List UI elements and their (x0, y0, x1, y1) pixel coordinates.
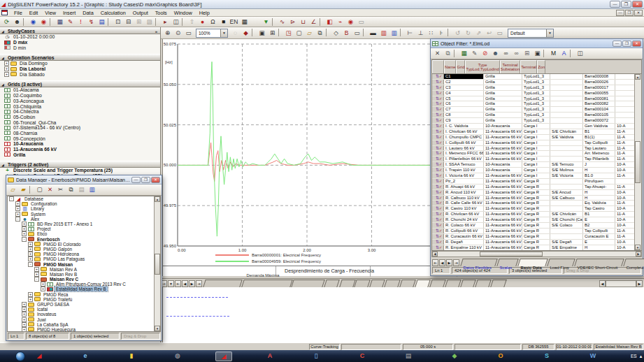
expand-box[interactable]: + (4, 72, 9, 77)
row-handle[interactable]: ⇅ ✓ (432, 157, 444, 161)
toolbar-icon[interactable]: ◇ (331, 29, 341, 38)
row-handle[interactable]: ⇅ ✓ (432, 113, 444, 117)
cell-name[interactable]: R. Calle Calle 66 kV (444, 201, 484, 205)
page-tab[interactable]: 3P (445, 280, 461, 287)
cell-zone[interactable]: 11-A (615, 201, 627, 205)
expand-box[interactable]: + (15, 201, 20, 206)
section-header-grids[interactable]: Grids (3 active) (0, 80, 160, 87)
taskbar-app-icon[interactable]: ▯ (308, 352, 324, 361)
cell-grid[interactable]: Grilla (484, 101, 522, 106)
tree-item[interactable]: - Database (8, 196, 160, 201)
toolbar-icon[interactable]: ▭ (352, 29, 362, 38)
cell-grid[interactable]: Grilla (484, 118, 522, 123)
cell-type[interactable]: TypLod1_3 (522, 80, 550, 85)
taskbar-app-icon[interactable]: ▮ (123, 352, 140, 361)
cell-substation[interactable]: S/E Calbuco (550, 196, 583, 201)
cell-terminal[interactable]: Eq. Valdivia (583, 201, 615, 205)
toolbar-icon[interactable] (108, 18, 112, 26)
cell-substation[interactable] (550, 234, 583, 239)
cell-grid[interactable]: 11-Araucanía 66 kV (484, 229, 522, 233)
toolbar-icon[interactable] (570, 50, 574, 57)
combo-arrow-icon[interactable]: ▼ (220, 29, 227, 37)
cell-type[interactable]: Carga R (522, 190, 550, 195)
table-row[interactable]: ⇅ ✓ C1 Grilla TypLod1_3 Barra000008 (432, 74, 641, 80)
cell-type[interactable]: TypLod1_3 (522, 118, 550, 123)
cell-zone[interactable]: 10-A (615, 168, 627, 173)
toolbar-icon[interactable]: ◫ (575, 49, 585, 58)
start-button[interactable] (15, 352, 25, 361)
column-header[interactable]: Grid (456, 60, 465, 73)
expand-box[interactable]: + (28, 247, 33, 252)
cell-zone[interactable]: 10-A (615, 190, 627, 195)
tree-item[interactable]: - Alex (8, 217, 160, 222)
cell-name[interactable]: C3 (444, 85, 484, 90)
table-row[interactable]: ⇅ ✓ I. Chumpullo CMPC 11-Araucanía 66 kV… (432, 135, 641, 140)
toolbar-icon[interactable]: ▤ (96, 17, 107, 27)
studycase-item[interactable]: 01-10-2012 0:00:00 (0, 34, 160, 40)
menu-item[interactable]: Edit (26, 10, 42, 16)
cell-name[interactable]: C4 (444, 91, 484, 96)
restore-button[interactable]: ❐ (621, 1, 631, 8)
table-row[interactable]: ⇅ ✓ R. Colaco 66 kV 11-Araucanía 66 kV C… (432, 223, 641, 229)
cell-terminal[interactable]: E (583, 217, 615, 222)
row-handle[interactable]: ⇅ ✓ (432, 217, 444, 222)
toolbar-icon[interactable]: ↯ (86, 17, 96, 27)
toolbar-icon[interactable] (278, 29, 282, 36)
toolbar-icon[interactable] (543, 50, 548, 57)
toolbar-icon[interactable]: ● (197, 17, 208, 27)
toolbar-icon[interactable]: A (559, 49, 569, 58)
row-handle[interactable]: ⇅ ✓ (432, 91, 444, 96)
toolbar-icon[interactable] (155, 18, 159, 26)
expand-box[interactable]: + (22, 322, 27, 327)
tree-item[interactable]: + Maisan Rev A (8, 267, 160, 272)
scroll-up-icon[interactable]: ▲ (155, 196, 160, 202)
cell-zone[interactable]: 10-A (615, 196, 627, 201)
cell-substation[interactable] (550, 184, 583, 189)
table-row[interactable]: ⇅ ✓ I. Chivilcan 66 kV 11-Araucanía 66 k… (432, 129, 641, 135)
page-tab[interactable]: 1P (355, 280, 371, 287)
of-horizontal-scrollbar[interactable]: ◀ ▶ (431, 251, 642, 257)
cell-name[interactable]: C7 (444, 107, 484, 112)
filter-tab[interactable]: Scales (496, 259, 518, 266)
tree-item[interactable]: + La Cabaña SpA (8, 322, 160, 327)
grid-item[interactable]: 01-Atacama (0, 87, 160, 93)
cell-name[interactable]: C1 (444, 74, 484, 79)
expand-box[interactable]: + (41, 287, 45, 291)
toolbar-icon[interactable]: ⊦ (436, 29, 447, 38)
cell-zone[interactable]: 10-A (615, 206, 627, 211)
section-header-triggers[interactable]: Triggers (2 active) (0, 161, 160, 168)
table-row[interactable]: ⇅ ✓ R. Castro 110 kV 11-Araucanía 66 kV … (432, 206, 641, 212)
toolbar-icon[interactable]: ■ (218, 17, 229, 27)
cell-name[interactable]: C6 (444, 101, 484, 106)
cell-terminal[interactable]: B1 (583, 129, 615, 134)
toolbar-icon[interactable]: EN (229, 17, 239, 27)
table-row[interactable]: ⇅ ✓ I. Trapén 110 kV 10-Araucanía Carga … (432, 168, 641, 173)
tab-prev-icon[interactable]: ◀ (439, 259, 445, 266)
cell-zone[interactable] (615, 80, 627, 85)
filter-tab[interactable]: Complete (623, 259, 644, 266)
row-handle[interactable]: ⇅ ✓ (432, 240, 444, 245)
cell-terminal[interactable]: Barra000104 (583, 107, 615, 112)
toolbar-icon[interactable]: ⧉ (315, 29, 325, 38)
table-row[interactable]: ⇅ ✓ R. Collipulli 66 kV 11-Araucanía 66 … (432, 229, 641, 234)
toolbar-icon[interactable]: ⊞ (134, 17, 144, 27)
cell-name[interactable]: C8 (444, 113, 484, 117)
zoom-level-combo[interactable]: 100%▼ (196, 29, 228, 38)
close-button[interactable]: ✕ (632, 1, 643, 8)
toolbar-icon[interactable]: ∷ (426, 29, 436, 38)
cell-substation[interactable] (550, 80, 583, 85)
expand-box[interactable]: + (22, 307, 27, 312)
toolbar-icon[interactable]: ▣ (257, 29, 267, 38)
horizontal-scrollbar[interactable]: ◀ ▶ (599, 280, 643, 287)
tab-nav-button[interactable]: ⇤ (175, 280, 181, 287)
cell-grid[interactable]: 11-Araucanía 66 kV (484, 157, 522, 161)
cell-type[interactable]: Carga R (522, 229, 550, 233)
child-restore-button[interactable]: ❐ (625, 10, 634, 16)
tree-item[interactable]: - Maisan Rev C (8, 277, 160, 282)
cell-zone[interactable]: 11-A (615, 146, 627, 151)
expand-box[interactable]: + (41, 282, 45, 287)
cell-name[interactable]: R. Ancud 110 kV (444, 190, 484, 195)
table-row[interactable]: ⇅ ✓ I. Victoria 66 kV 11-Araucanía 66 kV… (432, 173, 641, 179)
table-row[interactable]: ⇅ ✓ I. Metrenco FFCC 66 kV 11-Araucanía … (432, 151, 641, 157)
table-row[interactable]: ⇅ ✓ I. C. Valdivia 10-Araucanía Carga I … (432, 124, 641, 129)
